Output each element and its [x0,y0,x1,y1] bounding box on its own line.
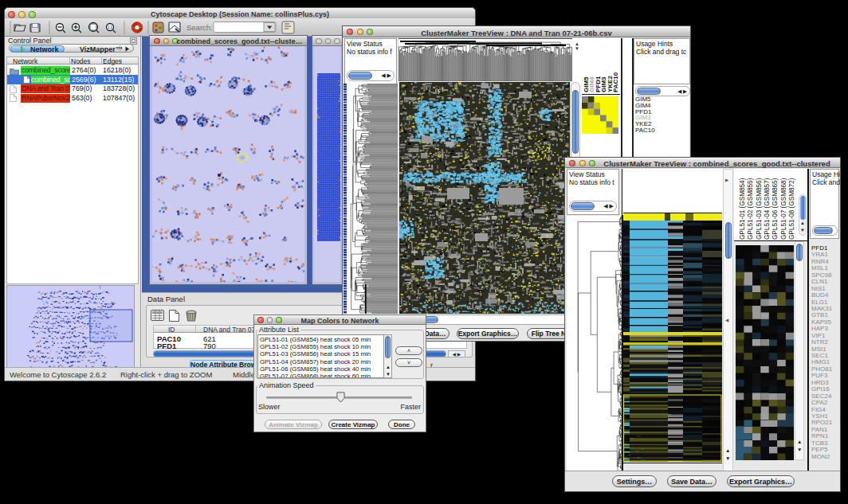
svg-text:PAC10: PAC10 [612,72,619,92]
svg-text:GPL51-08 (GSM872): GPL51-08 (GSM872) [788,178,795,240]
svg-text:GPL51-01 (GSM854): GPL51-01 (GSM854) [739,178,746,240]
svg-text:GPL51-04 (GSM857): GPL51-04 (GSM857) [764,178,771,240]
svg-text:Search:: Search: [186,23,213,32]
svg-text:GPL51-03 (GSM856): GPL51-03 (GSM856) [756,178,763,240]
svg-text:GPL51-06 (GSM865): GPL51-06 (GSM865) [771,178,779,240]
svg-text:GPL51-02 (GSM855): GPL51-02 (GSM855) [747,178,754,240]
svg-text:GPL51-07 (GSM868): GPL51-07 (GSM868) [780,178,787,240]
svg-text:1:1: 1:1 [108,25,113,29]
